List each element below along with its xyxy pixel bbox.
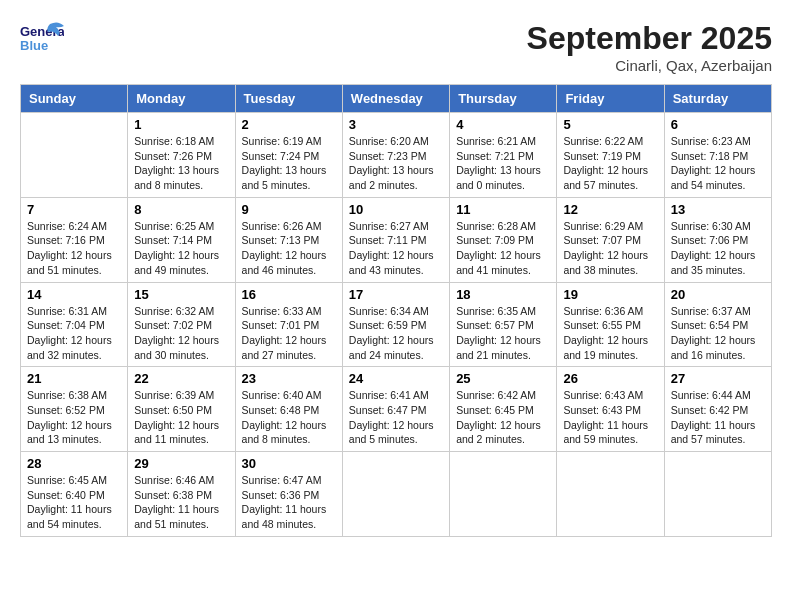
day-number: 9 — [242, 202, 336, 217]
calendar-cell: 7Sunrise: 6:24 AMSunset: 7:16 PMDaylight… — [21, 197, 128, 282]
day-info: Sunrise: 6:38 AMSunset: 6:52 PMDaylight:… — [27, 388, 121, 447]
day-info: Sunrise: 6:26 AMSunset: 7:13 PMDaylight:… — [242, 219, 336, 278]
title-block: September 2025 Cinarli, Qax, Azerbaijan — [527, 20, 772, 74]
calendar-cell: 5Sunrise: 6:22 AMSunset: 7:19 PMDaylight… — [557, 113, 664, 198]
day-info: Sunrise: 6:42 AMSunset: 6:45 PMDaylight:… — [456, 388, 550, 447]
day-number: 19 — [563, 287, 657, 302]
weekday-header: Thursday — [450, 85, 557, 113]
day-info: Sunrise: 6:19 AMSunset: 7:24 PMDaylight:… — [242, 134, 336, 193]
day-number: 16 — [242, 287, 336, 302]
day-number: 11 — [456, 202, 550, 217]
calendar-cell: 12Sunrise: 6:29 AMSunset: 7:07 PMDayligh… — [557, 197, 664, 282]
calendar-cell: 13Sunrise: 6:30 AMSunset: 7:06 PMDayligh… — [664, 197, 771, 282]
day-info: Sunrise: 6:35 AMSunset: 6:57 PMDaylight:… — [456, 304, 550, 363]
day-info: Sunrise: 6:33 AMSunset: 7:01 PMDaylight:… — [242, 304, 336, 363]
day-info: Sunrise: 6:41 AMSunset: 6:47 PMDaylight:… — [349, 388, 443, 447]
calendar-cell: 17Sunrise: 6:34 AMSunset: 6:59 PMDayligh… — [342, 282, 449, 367]
day-info: Sunrise: 6:27 AMSunset: 7:11 PMDaylight:… — [349, 219, 443, 278]
calendar-cell: 23Sunrise: 6:40 AMSunset: 6:48 PMDayligh… — [235, 367, 342, 452]
day-info: Sunrise: 6:31 AMSunset: 7:04 PMDaylight:… — [27, 304, 121, 363]
calendar-week-row: 14Sunrise: 6:31 AMSunset: 7:04 PMDayligh… — [21, 282, 772, 367]
calendar-cell — [21, 113, 128, 198]
calendar-week-row: 21Sunrise: 6:38 AMSunset: 6:52 PMDayligh… — [21, 367, 772, 452]
day-info: Sunrise: 6:32 AMSunset: 7:02 PMDaylight:… — [134, 304, 228, 363]
day-number: 8 — [134, 202, 228, 217]
day-number: 7 — [27, 202, 121, 217]
calendar-cell — [342, 452, 449, 537]
calendar-week-row: 1Sunrise: 6:18 AMSunset: 7:26 PMDaylight… — [21, 113, 772, 198]
day-number: 6 — [671, 117, 765, 132]
calendar-cell: 9Sunrise: 6:26 AMSunset: 7:13 PMDaylight… — [235, 197, 342, 282]
location: Cinarli, Qax, Azerbaijan — [527, 57, 772, 74]
day-number: 5 — [563, 117, 657, 132]
day-info: Sunrise: 6:46 AMSunset: 6:38 PMDaylight:… — [134, 473, 228, 532]
day-info: Sunrise: 6:24 AMSunset: 7:16 PMDaylight:… — [27, 219, 121, 278]
day-info: Sunrise: 6:37 AMSunset: 6:54 PMDaylight:… — [671, 304, 765, 363]
day-info: Sunrise: 6:34 AMSunset: 6:59 PMDaylight:… — [349, 304, 443, 363]
weekday-header: Tuesday — [235, 85, 342, 113]
page-header: General Blue September 2025 Cinarli, Qax… — [20, 20, 772, 74]
day-info: Sunrise: 6:30 AMSunset: 7:06 PMDaylight:… — [671, 219, 765, 278]
calendar-cell: 1Sunrise: 6:18 AMSunset: 7:26 PMDaylight… — [128, 113, 235, 198]
day-number: 4 — [456, 117, 550, 132]
day-info: Sunrise: 6:45 AMSunset: 6:40 PMDaylight:… — [27, 473, 121, 532]
calendar-week-row: 28Sunrise: 6:45 AMSunset: 6:40 PMDayligh… — [21, 452, 772, 537]
calendar-cell: 8Sunrise: 6:25 AMSunset: 7:14 PMDaylight… — [128, 197, 235, 282]
day-number: 26 — [563, 371, 657, 386]
calendar-cell: 22Sunrise: 6:39 AMSunset: 6:50 PMDayligh… — [128, 367, 235, 452]
day-info: Sunrise: 6:39 AMSunset: 6:50 PMDaylight:… — [134, 388, 228, 447]
day-number: 2 — [242, 117, 336, 132]
calendar-cell: 11Sunrise: 6:28 AMSunset: 7:09 PMDayligh… — [450, 197, 557, 282]
day-info: Sunrise: 6:23 AMSunset: 7:18 PMDaylight:… — [671, 134, 765, 193]
day-info: Sunrise: 6:36 AMSunset: 6:55 PMDaylight:… — [563, 304, 657, 363]
calendar-cell: 16Sunrise: 6:33 AMSunset: 7:01 PMDayligh… — [235, 282, 342, 367]
calendar-cell: 14Sunrise: 6:31 AMSunset: 7:04 PMDayligh… — [21, 282, 128, 367]
weekday-header-row: SundayMondayTuesdayWednesdayThursdayFrid… — [21, 85, 772, 113]
weekday-header: Wednesday — [342, 85, 449, 113]
calendar-week-row: 7Sunrise: 6:24 AMSunset: 7:16 PMDaylight… — [21, 197, 772, 282]
weekday-header: Friday — [557, 85, 664, 113]
calendar-cell: 24Sunrise: 6:41 AMSunset: 6:47 PMDayligh… — [342, 367, 449, 452]
calendar-cell: 10Sunrise: 6:27 AMSunset: 7:11 PMDayligh… — [342, 197, 449, 282]
day-number: 21 — [27, 371, 121, 386]
calendar-cell: 3Sunrise: 6:20 AMSunset: 7:23 PMDaylight… — [342, 113, 449, 198]
day-number: 13 — [671, 202, 765, 217]
day-number: 22 — [134, 371, 228, 386]
day-info: Sunrise: 6:18 AMSunset: 7:26 PMDaylight:… — [134, 134, 228, 193]
weekday-header: Saturday — [664, 85, 771, 113]
day-number: 25 — [456, 371, 550, 386]
calendar-cell: 28Sunrise: 6:45 AMSunset: 6:40 PMDayligh… — [21, 452, 128, 537]
month-title: September 2025 — [527, 20, 772, 57]
day-info: Sunrise: 6:20 AMSunset: 7:23 PMDaylight:… — [349, 134, 443, 193]
day-info: Sunrise: 6:22 AMSunset: 7:19 PMDaylight:… — [563, 134, 657, 193]
calendar-cell: 19Sunrise: 6:36 AMSunset: 6:55 PMDayligh… — [557, 282, 664, 367]
logo: General Blue — [20, 20, 64, 56]
calendar-cell: 2Sunrise: 6:19 AMSunset: 7:24 PMDaylight… — [235, 113, 342, 198]
calendar-cell: 18Sunrise: 6:35 AMSunset: 6:57 PMDayligh… — [450, 282, 557, 367]
calendar-cell: 26Sunrise: 6:43 AMSunset: 6:43 PMDayligh… — [557, 367, 664, 452]
day-number: 1 — [134, 117, 228, 132]
day-number: 17 — [349, 287, 443, 302]
calendar-cell: 4Sunrise: 6:21 AMSunset: 7:21 PMDaylight… — [450, 113, 557, 198]
calendar-cell — [664, 452, 771, 537]
day-info: Sunrise: 6:29 AMSunset: 7:07 PMDaylight:… — [563, 219, 657, 278]
day-number: 29 — [134, 456, 228, 471]
day-number: 24 — [349, 371, 443, 386]
day-number: 23 — [242, 371, 336, 386]
calendar-cell: 6Sunrise: 6:23 AMSunset: 7:18 PMDaylight… — [664, 113, 771, 198]
calendar-cell: 29Sunrise: 6:46 AMSunset: 6:38 PMDayligh… — [128, 452, 235, 537]
weekday-header: Monday — [128, 85, 235, 113]
day-info: Sunrise: 6:28 AMSunset: 7:09 PMDaylight:… — [456, 219, 550, 278]
calendar-cell: 25Sunrise: 6:42 AMSunset: 6:45 PMDayligh… — [450, 367, 557, 452]
day-number: 3 — [349, 117, 443, 132]
day-number: 20 — [671, 287, 765, 302]
day-info: Sunrise: 6:47 AMSunset: 6:36 PMDaylight:… — [242, 473, 336, 532]
calendar-cell: 20Sunrise: 6:37 AMSunset: 6:54 PMDayligh… — [664, 282, 771, 367]
day-number: 18 — [456, 287, 550, 302]
calendar-cell: 15Sunrise: 6:32 AMSunset: 7:02 PMDayligh… — [128, 282, 235, 367]
day-info: Sunrise: 6:25 AMSunset: 7:14 PMDaylight:… — [134, 219, 228, 278]
calendar-cell: 27Sunrise: 6:44 AMSunset: 6:42 PMDayligh… — [664, 367, 771, 452]
day-number: 28 — [27, 456, 121, 471]
logo-icon: General Blue — [20, 20, 64, 56]
svg-text:Blue: Blue — [20, 38, 48, 53]
